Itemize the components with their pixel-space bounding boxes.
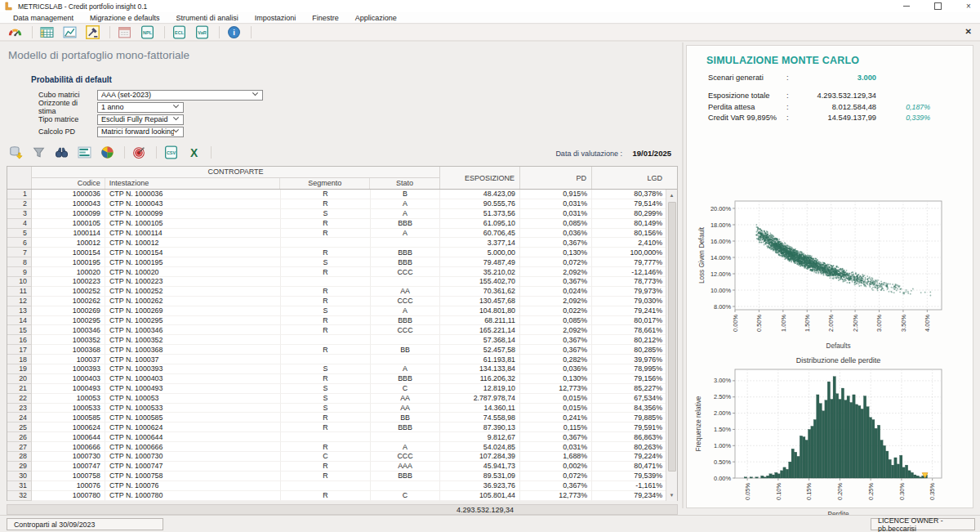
load-data-icon[interactable] — [8, 145, 24, 159]
csv-icon[interactable]: CSV — [163, 145, 179, 159]
pie-chart-icon[interactable] — [100, 145, 115, 159]
chart-icon[interactable] — [62, 25, 78, 39]
table-row[interactable]: 231000533CTP N. 1000533SAA14.360,110,015… — [7, 404, 677, 414]
cell-esp: 107.284,39 — [440, 452, 520, 462]
table-row[interactable]: 21000043CTP N. 1000043RA90.555,760,031%7… — [7, 199, 677, 209]
menu-item-data-management[interactable]: Data management — [7, 13, 80, 23]
table-row[interactable]: 261000644CTP N. 10006449.812,670,367%86,… — [7, 432, 677, 442]
select-orizzonte-di-stima[interactable]: 1 anno — [97, 102, 184, 114]
cell-seg: R — [281, 442, 371, 452]
table-row[interactable]: 291000747CTP N. 1000747RAAA45.941,730,00… — [7, 462, 677, 472]
table-row[interactable]: 11000036CTP N. 1000036RB48.423,090,915%8… — [7, 190, 677, 199]
cell-esp: 35.210,02 — [440, 267, 520, 277]
stat-percentage: 0,187% — [876, 103, 930, 111]
var-icon[interactable]: VaR — [194, 25, 210, 39]
table-row[interactable]: 201000403CTP N. 1000403RBBB116.206,320,1… — [7, 374, 677, 384]
excel-icon[interactable]: X — [186, 145, 202, 159]
cell-cod: 1000666 — [32, 442, 105, 452]
table-row[interactable]: 251000624CTP N. 1000624RBBB87.390,130,11… — [7, 422, 677, 432]
cell-cod: 1000036 — [32, 190, 105, 199]
scroll-up-icon[interactable]: ▲ — [666, 190, 678, 201]
group-header-controparte[interactable]: CONTROPARTE — [32, 167, 439, 178]
gauge-icon[interactable] — [7, 25, 23, 39]
cell-sta: BBB — [371, 219, 440, 229]
audit-icon[interactable] — [85, 25, 100, 39]
table-row[interactable]: 31000099CTP N. 1000099SA51.373,560,031%8… — [7, 209, 677, 219]
table-row[interactable]: 141000295CTP N. 1000295RBBB68.211,110,08… — [7, 316, 677, 326]
svg-text:i: i — [233, 28, 235, 37]
bar-chart-icon[interactable] — [77, 145, 92, 159]
cell-pd: 12,773% — [520, 384, 592, 394]
cell-cod: 1000099 — [32, 209, 105, 219]
info-icon[interactable]: i — [226, 25, 242, 39]
menu-item-impostazioni[interactable]: Impostazioni — [248, 13, 303, 23]
table-row[interactable]: 151000346CTP N. 1000346RCCC165.221,142,0… — [7, 325, 677, 335]
calendar-icon[interactable] — [117, 25, 132, 39]
table-row[interactable]: 281000730CTP N. 1000730CCCC107.284,391,6… — [7, 452, 677, 462]
select-tipo-matrice[interactable]: Escludi Fully Repaid — [97, 114, 184, 126]
target-icon[interactable] — [131, 145, 147, 159]
table-row[interactable]: 41000105CTP N. 1000105RBBB61.095,100,085… — [7, 219, 677, 229]
table-row[interactable]: 9100020CTP N. 100020RCCC35.210,022,092%-… — [7, 267, 677, 277]
table-row[interactable]: 171000368CTP N. 1000368RBB52.457,580,367… — [7, 345, 677, 355]
cell-cod: 1000223 — [32, 277, 105, 287]
table-row[interactable]: 111000252CTP N. 1000252RAA70.361,620,024… — [7, 287, 677, 297]
select-calcolo-pd[interactable]: Matrici forward looking — [97, 127, 184, 138]
table-row[interactable]: 321000780CTP N. 1000780RC105.801,4412,77… — [7, 491, 677, 501]
table-row[interactable]: 18100037CTP N. 10003761.193,810,282%39,9… — [7, 355, 677, 364]
table-row[interactable]: 301000758CTP N. 1000758RBBB89.531,090,07… — [7, 472, 677, 481]
select-cubo-matrici[interactable]: AAA (set-2023) — [97, 90, 263, 101]
find-icon[interactable] — [54, 145, 69, 159]
table-row[interactable]: 121000262CTP N. 1000262RCCC130.457,682,0… — [7, 297, 677, 306]
menu-item-finestre[interactable]: Finestre — [305, 13, 345, 23]
menu-item-migrazione-e-defaults[interactable]: Migrazione e defaults — [83, 13, 167, 23]
column-header-pd[interactable]: PD — [520, 167, 592, 189]
column-header-stato[interactable]: Stato — [370, 178, 439, 189]
column-header-codice[interactable]: Codice — [32, 178, 105, 189]
table-row[interactable]: 51000114CTP N. 1000114RA60.706,450,036%8… — [7, 229, 677, 239]
svg-text:8.00%: 8.00% — [714, 303, 731, 311]
table-row[interactable]: 211000493CTP N. 1000493SC12.819,1012,773… — [7, 384, 677, 394]
stat-value: 8.012.584,48 — [795, 103, 876, 111]
data-table-icon[interactable] — [39, 25, 55, 39]
cell-int: CTP N. 1000043 — [105, 199, 281, 209]
menu-item-strumenti-di-analisi[interactable]: Strumenti di analisi — [170, 13, 245, 23]
column-header-lgd[interactable]: LGD — [592, 167, 667, 189]
chevron-down-icon — [173, 127, 179, 132]
table-row[interactable]: 31100076CTP N. 10007636.923,760,367%-1,1… — [7, 481, 677, 491]
main-toolbar: ✕ NPLECLVaRi — [0, 25, 980, 42]
toolbar-separator — [32, 26, 33, 38]
svg-text:X: X — [190, 146, 198, 159]
npl-icon[interactable]: NPL — [140, 25, 155, 39]
filter-icon[interactable] — [31, 145, 47, 159]
table-vertical-scrollbar[interactable]: ▲ ▼ — [666, 190, 677, 501]
cell-esp: 89.531,09 — [440, 472, 520, 481]
table-row[interactable]: 161000352CTP N. 100035257.368,140,367%80… — [7, 335, 677, 345]
table-row[interactable]: 131000269CTP N. 1000269SA104.801,800,022… — [7, 306, 677, 316]
titlebar: METRICSLAB - Credit portfolio insight 0.… — [0, 0, 980, 12]
table-row[interactable]: 22100053CTP N. 100053SAA2.787.978,740,01… — [7, 394, 677, 404]
table-row[interactable]: 241000585CTP N. 1000585RBB74.558,980,241… — [7, 413, 677, 422]
cell-pd: 0,036% — [520, 364, 592, 374]
table-row[interactable]: 71000154CTP N. 1000154RBBB5.000,000,130%… — [7, 248, 677, 257]
close-button[interactable]: × — [964, 1, 973, 11]
cell-num: 23 — [7, 404, 32, 414]
column-header-segmento[interactable]: Segmento — [280, 178, 370, 189]
column-header-intestazione[interactable]: Intestazione — [105, 178, 281, 189]
table-row[interactable]: 6100012CTP N. 1000123.377,140,367%2,410% — [7, 238, 677, 248]
table-row[interactable]: 101000223CTP N. 1000223155.402,700,367%7… — [7, 277, 677, 287]
menu-item-applicazione[interactable]: Applicazione — [349, 13, 403, 23]
cell-cod: 1000585 — [32, 413, 105, 422]
ecl-icon[interactable]: ECL — [172, 25, 187, 39]
maximize-button[interactable] — [933, 1, 942, 11]
scrollbar-thumb[interactable] — [668, 202, 676, 472]
table-row[interactable]: 271000666CTP N. 1000666RA54.024,850,031%… — [7, 442, 677, 452]
cell-lgd: 80,263% — [592, 442, 667, 452]
table-row[interactable]: 191000393CTP N. 1000393SA134.133,840,036… — [7, 364, 677, 374]
table-row[interactable]: 81000195CTP N. 1000195SBBB79.487,490,072… — [7, 257, 677, 267]
toolbar-close-icon[interactable]: ✕ — [965, 27, 972, 36]
scroll-down-icon[interactable]: ▼ — [666, 490, 678, 501]
stat-value: 14.549.137,99 — [795, 114, 876, 122]
column-header-esposizione[interactable]: ESPOSIZIONE — [440, 167, 520, 189]
minimize-button[interactable] — [902, 1, 911, 11]
